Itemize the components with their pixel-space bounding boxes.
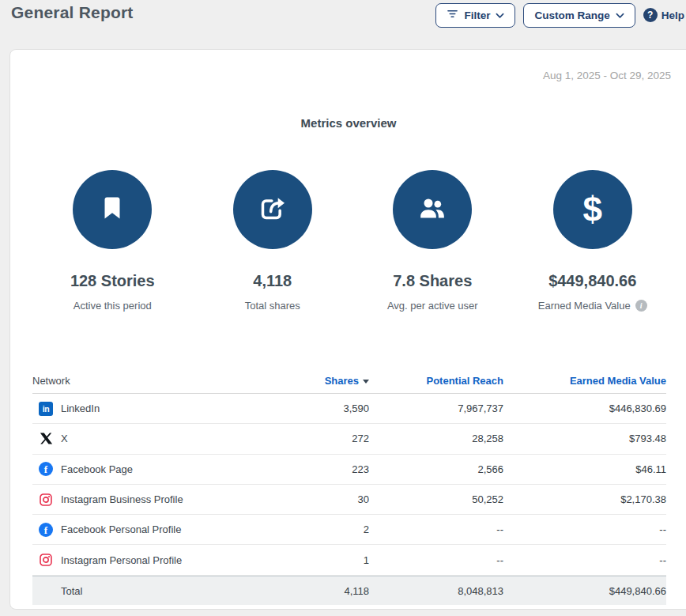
dollar-icon: $: [583, 192, 602, 227]
metrics-row: 128 StoriesActive this period4,118Total …: [32, 170, 673, 312]
network-name: LinkedIn: [61, 402, 100, 414]
total-shares: 4,118: [273, 585, 369, 597]
metric-value: $449,840.66: [513, 272, 673, 290]
shares-value: 272: [273, 433, 369, 444]
reach-value: 50,252: [369, 493, 503, 505]
network-name: Facebook Personal Profile: [61, 523, 181, 535]
filter-button[interactable]: Filter: [435, 3, 515, 28]
sort-desc-icon: [363, 380, 369, 384]
metric-value: 128 Stories: [32, 272, 193, 290]
shares-value: 223: [273, 463, 369, 475]
reach-value: --: [369, 554, 503, 566]
emv-value: $446,830.69: [503, 402, 666, 414]
emv-value: $2,170.38: [503, 493, 666, 505]
metric-label-text: Active this period: [74, 300, 152, 312]
table-row: Instagram Business Profile3050,252$2,170…: [32, 485, 666, 515]
shares-value: 2: [273, 523, 369, 535]
network-cell: X: [32, 432, 273, 446]
network-cell: Instagram Personal Profile: [32, 553, 273, 567]
column-header-earned-media-value[interactable]: Earned Media Value: [503, 375, 666, 387]
metric-value: 4,118: [193, 272, 353, 290]
network-name: Instagram Personal Profile: [61, 554, 182, 566]
filter-button-label: Filter: [464, 9, 490, 21]
x-icon: [39, 432, 53, 446]
emv-value: $46.11: [503, 463, 666, 475]
network-name: Instagram Business Profile: [61, 493, 183, 505]
total-reach: 8,048,813: [369, 585, 503, 597]
bookmark-icon-circle: [73, 170, 152, 249]
report-card: Aug 1, 2025 - Oct 29, 2025 Metrics overv…: [9, 49, 686, 610]
shares-value: 30: [273, 493, 369, 505]
column-header-shares[interactable]: Shares: [273, 375, 369, 387]
facebook-icon: f: [39, 462, 53, 476]
dollar-icon-circle: $: [553, 170, 632, 249]
metric-label: Total shares: [193, 300, 353, 312]
users-icon-circle: [393, 170, 472, 249]
table-row: fFacebook Personal Profile2----: [32, 515, 666, 545]
table-row: fFacebook Page2232,566$46.11: [32, 455, 666, 485]
metric-value: 7.8 Shares: [352, 272, 513, 290]
reach-value: --: [369, 523, 503, 535]
linkedin-icon: in: [39, 402, 53, 416]
metrics-overview-title: Metrics overview: [10, 116, 686, 130]
table-header-row: NetworkSharesPotential ReachEarned Media…: [32, 368, 666, 394]
network-name: Facebook Page: [61, 463, 133, 475]
metric-card: 4,118Total shares: [193, 170, 353, 312]
table-row: X27228,258$793.48: [32, 424, 666, 454]
column-header-label: Shares: [325, 375, 359, 387]
network-cell: Instagram Business Profile: [32, 493, 273, 507]
column-header-label: Earned Media Value: [570, 375, 666, 387]
reach-value: 28,258: [369, 433, 503, 444]
help-button[interactable]: ? Help: [643, 8, 684, 22]
chevron-down-icon: [496, 9, 504, 21]
chevron-down-icon: [616, 9, 624, 21]
top-actions: Filter Custom Range ? Help: [435, 2, 684, 28]
top-bar: General Report Filter Custom Range ? Hel…: [0, 0, 686, 47]
metric-card: 128 StoriesActive this period: [32, 170, 193, 312]
help-icon: ?: [643, 8, 658, 22]
metric-label: Active this period: [32, 300, 193, 312]
facebook-icon: f: [39, 523, 53, 537]
emv-value: $793.48: [503, 433, 666, 444]
reach-value: 7,967,737: [369, 402, 503, 414]
instagram-icon: [39, 553, 53, 567]
column-header-label: Network: [32, 375, 70, 387]
total-label: Total: [32, 585, 273, 597]
table-row: inLinkedIn3,5907,967,737$446,830.69: [32, 394, 666, 424]
custom-range-button[interactable]: Custom Range: [523, 3, 635, 28]
custom-range-label: Custom Range: [534, 9, 609, 21]
column-header-label: Potential Reach: [426, 375, 503, 387]
metric-label: Avg. per active user: [352, 300, 513, 312]
table-row: Instagram Personal Profile1----: [32, 545, 666, 575]
share-icon-circle: [233, 170, 312, 249]
metric-card: 7.8 SharesAvg. per active user: [352, 170, 513, 312]
table-body: inLinkedIn3,5907,967,737$446,830.69X2722…: [32, 394, 666, 605]
filter-icon: [447, 9, 458, 21]
info-icon[interactable]: i: [635, 300, 647, 312]
table-total-row: Total4,1188,048,813$449,840.66: [32, 576, 666, 606]
emv-value: --: [503, 523, 666, 535]
network-name: X: [61, 433, 68, 444]
total-emv: $449,840.66: [503, 585, 666, 597]
column-header-potential-reach[interactable]: Potential Reach: [369, 375, 503, 387]
metric-label: Earned Media Valuei: [513, 300, 673, 312]
metric-label-text: Total shares: [245, 300, 300, 312]
share-icon: [257, 192, 288, 227]
page-title: General Report: [11, 3, 134, 22]
emv-value: --: [503, 554, 666, 566]
users-icon: [416, 192, 448, 227]
instagram-icon: [39, 493, 53, 507]
network-cell: fFacebook Personal Profile: [32, 523, 273, 537]
network-cell: inLinkedIn: [32, 402, 273, 416]
metric-card: $$449,840.66Earned Media Valuei: [513, 170, 673, 312]
metric-label-text: Avg. per active user: [387, 300, 478, 312]
help-label: Help: [662, 9, 684, 21]
shares-value: 1: [273, 554, 369, 566]
bookmark-icon: [99, 195, 126, 225]
reach-value: 2,566: [369, 463, 503, 475]
column-header-network: Network: [32, 375, 273, 387]
date-range-label: Aug 1, 2025 - Oct 29, 2025: [10, 70, 671, 81]
metric-label-text: Earned Media Value: [538, 300, 631, 312]
network-cell: fFacebook Page: [32, 462, 273, 476]
network-table: NetworkSharesPotential ReachEarned Media…: [32, 368, 666, 605]
